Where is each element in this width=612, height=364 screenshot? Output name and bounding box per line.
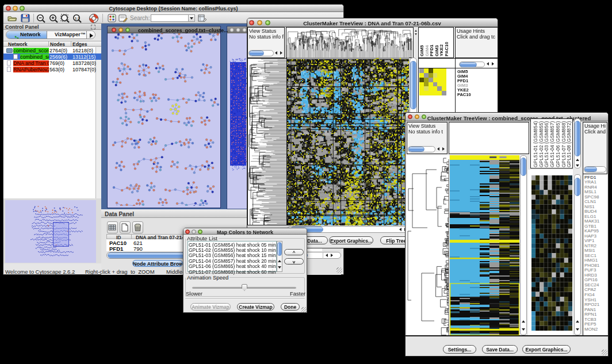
svg-text:1:1: 1:1 bbox=[75, 17, 80, 20]
